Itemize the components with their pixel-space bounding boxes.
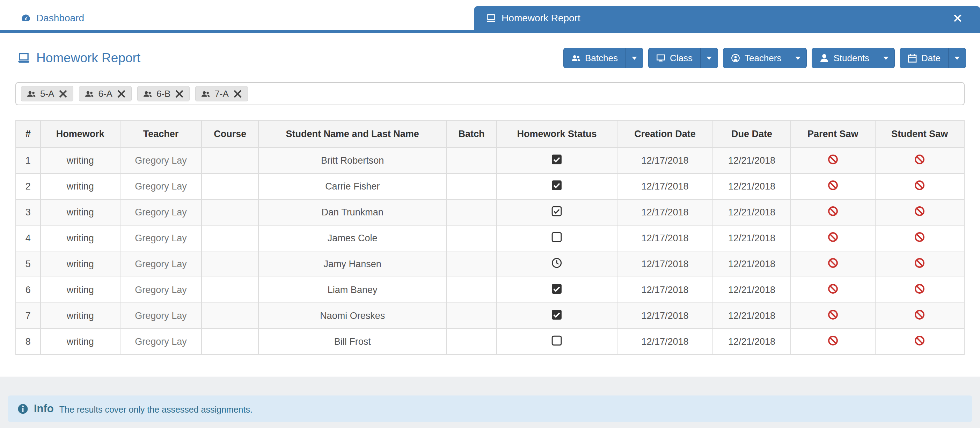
filter-button-teachers[interactable]: Teachers [723,48,789,68]
cell-student-saw [875,148,964,173]
tab-dashboard[interactable]: Dashboard [0,6,474,30]
cell-teacher: Gregory Lay [120,277,202,303]
checkbox-unchecked-icon[interactable] [552,335,562,346]
cell-due-date: 12/21/2018 [713,303,791,329]
cell-batch [446,277,496,303]
batch-tags-input[interactable]: 5-A6-A6-B7-A [15,82,965,105]
ban-icon [914,206,925,216]
filter-button-label: Class [670,53,692,64]
cell-teacher: Gregory Lay [120,173,202,199]
ban-icon [828,335,838,346]
ban-icon [828,180,838,190]
cell-teacher: Gregory Lay [120,329,202,355]
ban-icon [828,232,838,242]
page-title-label: Homework Report [36,51,140,65]
filter-caret-class[interactable] [700,48,718,68]
cell-student-name: Liam Baney [258,277,446,303]
cell-course [202,199,258,225]
table-row: 3writingGregory LayDan Trunkman12/17/201… [16,199,964,225]
cell-student-saw [875,173,964,199]
ban-icon [914,258,925,268]
ban-icon [828,258,838,268]
remove-tag-icon[interactable] [175,89,184,98]
table-row: 6writingGregory LayLiam Baney12/17/20181… [16,277,964,303]
cell-homework: writing [40,303,120,329]
cell-student-saw [875,251,964,277]
cell-due-date: 12/21/2018 [713,251,791,277]
table-row: 1writingGregory LayBritt Robertson12/17/… [16,148,964,173]
cell-creation-date: 12/17/2018 [617,251,713,277]
teacher-icon [731,53,740,62]
report-table-wrap: #HomeworkTeacherCourseStudent Name and L… [15,120,965,355]
cell-number: 3 [16,199,40,225]
cell-number: 1 [16,148,40,173]
close-icon[interactable] [953,14,962,22]
cell-batch [446,251,496,277]
checkbox-checked-icon[interactable] [552,284,562,294]
calendar-icon [908,53,917,62]
cell-homework: writing [40,225,120,251]
users-icon [85,89,94,98]
info-alert: Info The results cover only the assessed… [8,396,972,422]
filter-button-date[interactable]: Date [900,48,948,68]
cell-student-saw [875,199,964,225]
cell-homework: writing [40,251,120,277]
filter-caret-students[interactable] [877,48,895,68]
table-row: 8writingGregory LayBill Frost12/17/20181… [16,329,964,355]
filter-caret-date[interactable] [948,48,966,68]
batch-tag-5-a: 5-A [21,86,73,101]
checkbox-checked-outline-icon[interactable] [552,206,562,216]
filter-caret-batches[interactable] [625,48,643,68]
ban-icon [914,284,925,294]
column-header-homework: Homework [40,120,120,148]
clock-icon[interactable] [552,258,562,268]
filter-caret-teachers[interactable] [789,48,807,68]
ban-icon [828,206,838,216]
checkbox-checked-icon[interactable] [552,154,562,165]
column-header-batch: Batch [446,120,496,148]
info-icon [18,404,28,414]
column-header-due-date: Due Date [713,120,791,148]
filter-button-students[interactable]: Students [812,48,877,68]
column-header-teacher: Teacher [120,120,202,148]
cell-student-name: Carrie Fisher [258,173,446,199]
column-header-homework-status: Homework Status [496,120,617,148]
users-icon [201,89,210,98]
cell-number: 2 [16,173,40,199]
cell-due-date: 12/21/2018 [713,277,791,303]
table-header-row: #HomeworkTeacherCourseStudent Name and L… [16,120,964,148]
tab-homework-report[interactable]: Homework Report [474,6,980,30]
ban-icon [914,335,925,346]
remove-tag-icon[interactable] [117,89,126,98]
filter-button-class[interactable]: Class [648,48,700,68]
cell-parent-saw [791,303,875,329]
cell-course [202,173,258,199]
filter-button-batches[interactable]: Batches [563,48,625,68]
cell-course [202,251,258,277]
filter-group-date: Date [900,48,966,68]
caret-down-icon [883,56,888,61]
cell-student-name: Bill Frost [258,329,446,355]
checkbox-unchecked-icon[interactable] [552,232,562,242]
cell-batch [446,225,496,251]
checkbox-checked-icon[interactable] [552,180,562,190]
cell-student-name: James Cole [258,225,446,251]
batch-tag-label: 5-A [40,88,54,99]
remove-tag-icon[interactable] [233,89,242,98]
remove-tag-icon[interactable] [59,89,67,98]
column-header--: # [16,120,40,148]
cell-batch [446,329,496,355]
users-icon [571,53,581,62]
cell-creation-date: 12/17/2018 [617,225,713,251]
caret-down-icon [632,56,637,61]
ban-icon [828,154,838,165]
batch-tag-label: 6-A [98,88,112,99]
cell-homework: writing [40,148,120,173]
dashboard-icon [21,13,31,23]
info-alert-message: The results cover only the assessed assi… [59,403,253,415]
cell-course [202,329,258,355]
filter-group-batches: Batches [563,48,643,68]
checkbox-checked-icon[interactable] [552,310,562,320]
cell-course [202,225,258,251]
cell-student-name: Jamy Hansen [258,251,446,277]
